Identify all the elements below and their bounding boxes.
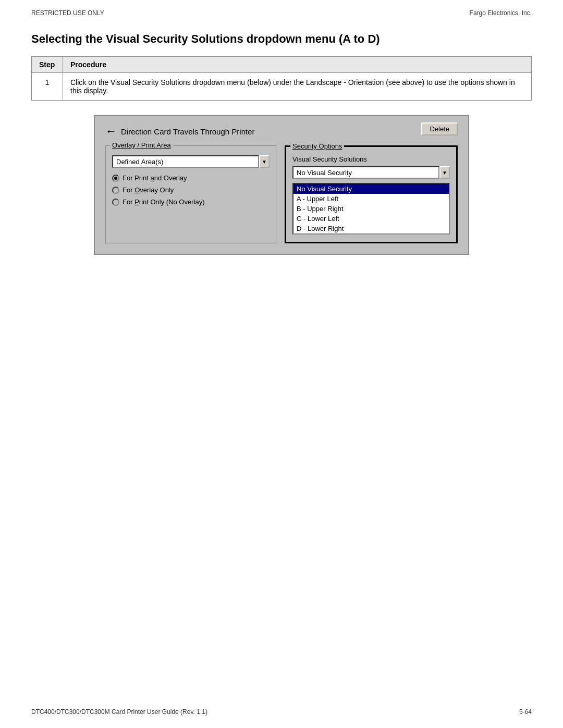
security-solutions-label: Visual Security Solutions [292,155,450,163]
security-panel-legend: Security Options [290,142,344,150]
radio-circle-print-and-overlay [112,175,119,182]
radio-circle-overlay-only [112,187,119,194]
page-title: Selecting the Visual Security Solutions … [31,32,532,46]
footer-left: DTC400/DTC300/DTC300M Card Printer User … [31,708,207,715]
overlay-panel-legend-text: verlay / Print Area [117,141,171,149]
footer: DTC400/DTC300/DTC300M Card Printer User … [0,708,563,715]
radio-label-print-only: For Print Only (No Overlay) [123,198,205,206]
security-dropdown-display: No Visual Security ▼ [292,166,450,179]
table-header-procedure: Procedure [63,57,532,73]
radio-label-overlay-only: For Overlay Only [123,186,174,194]
table-header-step: Step [32,57,63,73]
overlay-dropdown[interactable]: Defined Area(s) [112,155,259,168]
step-number: 1 [32,73,63,101]
back-arrow-icon: ← [105,125,117,138]
dropdown-item-no-visual-security[interactable]: No Visual Security [293,184,449,194]
radio-print-only[interactable]: For Print Only (No Overlay) [112,198,270,206]
overlay-panel-legend: Overlay / Print Area [110,141,173,149]
overlay-panel: Overlay / Print Area Defined Area(s) ▼ F… [105,145,276,243]
header-left: RESTRICTED USE ONLY [31,9,104,17]
direction-label: Direction Card Travels Through Printer [121,127,255,136]
dropdown-item-c-lower-left[interactable]: C - Lower Left [293,214,449,224]
procedure-table: Step Procedure 1 Click on the Visual Sec… [31,56,532,101]
procedure-text: Click on the Visual Security Solutions d… [63,73,532,101]
dropdown-item-a-upper-left[interactable]: A - Upper Left [293,194,449,204]
security-dropdown-list: No Visual Security A - Upper Left B - Up… [292,183,450,235]
dialog-screenshot: ← Direction Card Travels Through Printer… [94,115,469,255]
security-dropdown-value[interactable]: No Visual Security [292,166,439,179]
footer-right: 5-64 [519,708,532,715]
radio-group: For Print and Overlay For Overlay Only F… [112,174,270,206]
radio-print-and-overlay[interactable]: For Print and Overlay [112,174,270,182]
table-row: 1 Click on the Visual Security Solutions… [32,73,532,101]
overlay-dropdown-arrow[interactable]: ▼ [259,155,270,168]
security-panel: Security Options Visual Security Solutio… [285,145,458,243]
dialog-top-bar: ← Direction Card Travels Through Printer… [105,125,458,138]
dropdown-item-d-lower-right[interactable]: D - Lower Right [293,224,449,233]
radio-overlay-only[interactable]: For Overlay Only [112,186,270,194]
header-right: Fargo Electronics, Inc. [470,9,532,17]
radio-circle-print-only [112,199,119,206]
delete-button[interactable]: Delete [421,122,458,135]
overlay-dropdown-row: Defined Area(s) ▼ [112,155,270,168]
dialog-body: Overlay / Print Area Defined Area(s) ▼ F… [105,145,458,243]
dropdown-item-b-upper-right[interactable]: B - Upper Right [293,204,449,214]
radio-label-print-and-overlay: For Print and Overlay [123,174,187,182]
security-dropdown-arrow[interactable]: ▼ [439,166,450,179]
